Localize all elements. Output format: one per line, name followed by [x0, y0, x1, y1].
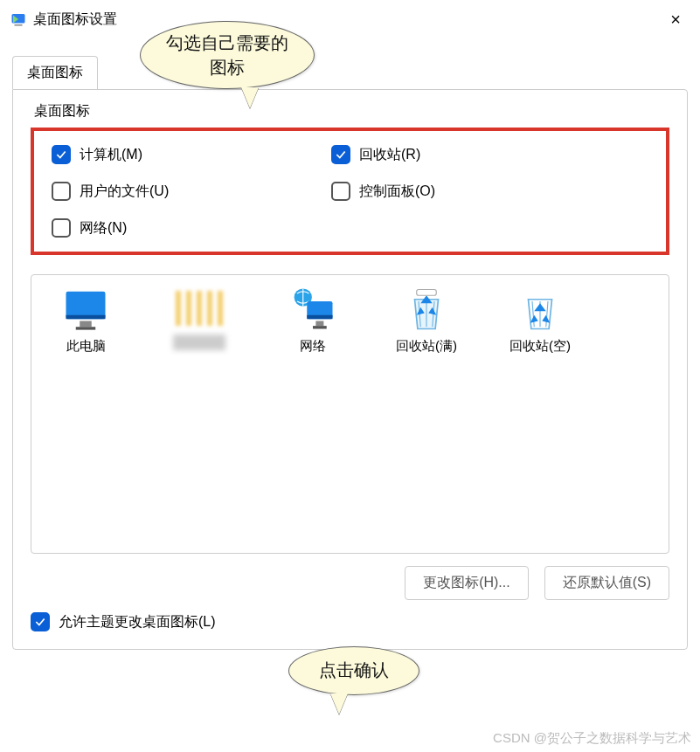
icon-label: 网络: [269, 338, 357, 355]
icon-blurred[interactable]: [156, 286, 243, 350]
callout-tail: [241, 87, 259, 108]
icon-label: 回收站(空): [496, 338, 584, 355]
network-icon: [289, 286, 336, 333]
icon-recycle-full[interactable]: 回收站(满): [383, 286, 470, 355]
checkbox-label: 控制面板(O): [359, 183, 435, 201]
callout-click-ok: 点击确认: [288, 646, 419, 695]
svg-rect-9: [315, 321, 323, 327]
restore-default-button[interactable]: 还原默认值(S): [544, 566, 669, 600]
checkbox-userfiles[interactable]: 用户的文件(U): [52, 182, 296, 201]
checkbox-label: 网络(N): [80, 219, 127, 238]
checkbox-label: 回收站(R): [359, 146, 420, 164]
app-icon: [10, 11, 26, 27]
checkbox-icon: [52, 182, 71, 201]
watermark: CSDN @贺公子之数据科学与艺术: [493, 730, 691, 747]
checkbox-allow-themes[interactable]: 允许主题更改桌面图标(L): [31, 612, 669, 631]
monitor-icon: [62, 286, 109, 333]
icon-recycle-empty[interactable]: 回收站(空): [496, 286, 584, 355]
recycle-full-icon: [403, 286, 450, 333]
checkbox-icon: [331, 145, 350, 164]
icon-this-pc[interactable]: 此电脑: [42, 286, 129, 355]
checkbox-icon: [31, 612, 50, 631]
callout-tail: [330, 693, 348, 714]
window-title: 桌面图标设置: [33, 10, 662, 29]
icon-label: 此电脑: [42, 338, 129, 355]
checkbox-icon: [52, 145, 71, 164]
change-icon-button[interactable]: 更改图标(H)...: [405, 566, 529, 600]
checkbox-label: 计算机(M): [80, 146, 142, 164]
tab-strip: 桌面图标: [0, 56, 700, 89]
checkbox-controlpanel[interactable]: 控制面板(O): [331, 182, 576, 201]
group-label: 桌面图标: [31, 102, 669, 121]
titlebar: 桌面图标设置 ×: [0, 0, 700, 38]
checkbox-label: 允许主题更改桌面图标(L): [59, 613, 216, 631]
svg-rect-8: [307, 315, 332, 320]
svg-rect-4: [80, 321, 92, 328]
svg-rect-10: [313, 326, 327, 328]
checkbox-computer[interactable]: 计算机(M): [52, 145, 296, 164]
icon-label: [173, 335, 225, 350]
folder-icon: [176, 291, 223, 326]
button-row: 更改图标(H)... 还原默认值(S): [31, 566, 669, 600]
icon-label: 回收站(满): [383, 338, 470, 355]
checkbox-recyclebin[interactable]: 回收站(R): [331, 145, 576, 164]
close-button[interactable]: ×: [662, 6, 690, 33]
checkbox-icon: [52, 218, 71, 238]
tab-desktop-icons[interactable]: 桌面图标: [12, 56, 98, 89]
icon-preview-frame: 此电脑 网络 回收站(满) 回收站(空): [31, 274, 669, 554]
highlighted-checkbox-group: 计算机(M) 回收站(R) 用户的文件(U) 控制面板(O): [31, 128, 669, 255]
tab-panel: 桌面图标 计算机(M) 回收站(R) 用户的文件(U): [12, 89, 688, 650]
svg-rect-11: [417, 290, 437, 296]
checkbox-label: 用户的文件(U): [80, 183, 169, 201]
checkbox-icon: [331, 182, 350, 201]
svg-rect-3: [66, 315, 106, 320]
svg-rect-5: [76, 327, 96, 329]
svg-rect-2: [66, 292, 106, 320]
svg-rect-1: [15, 24, 23, 26]
recycle-empty-icon: [516, 286, 564, 333]
icon-network[interactable]: 网络: [269, 286, 357, 355]
checkbox-network[interactable]: 网络(N): [52, 218, 296, 238]
